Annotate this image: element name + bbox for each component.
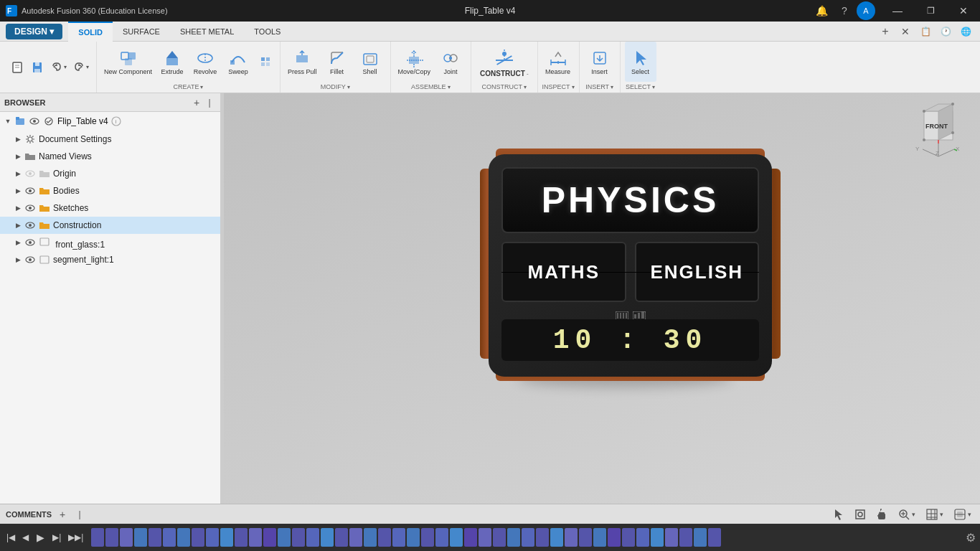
new-component-button[interactable]: New Component (101, 42, 155, 82)
tl-item[interactable] (435, 528, 448, 547)
clock-icon[interactable]: 🕐 (937, 23, 954, 40)
hand-tool-button[interactable] (873, 506, 890, 523)
tl-item[interactable] (120, 528, 133, 547)
visibility-icon-root[interactable] (43, 116, 55, 127)
tl-item[interactable] (665, 528, 678, 547)
save-button[interactable] (29, 59, 46, 76)
view-cube[interactable]: Z Y X FRONT (910, 100, 967, 158)
new-tab-button[interactable]: + (877, 23, 894, 40)
browser-item-origin[interactable]: ▶ Origin (0, 165, 220, 182)
tl-item[interactable] (407, 528, 420, 547)
design-button[interactable]: DESIGN ▾ (6, 24, 62, 39)
display-settings-button[interactable]: ▾ (951, 506, 974, 523)
tl-item[interactable] (708, 528, 721, 547)
comments-add-button[interactable]: + (56, 508, 69, 521)
new-file-button[interactable] (9, 59, 26, 76)
minimize-button[interactable]: — (881, 0, 914, 22)
browser-item-named-views[interactable]: ▶ Named Views (0, 148, 220, 165)
online-icon[interactable]: 🌐 (957, 23, 974, 40)
tl-item[interactable] (651, 528, 664, 547)
timeline-first-button[interactable]: |◀ (4, 531, 17, 544)
browser-root-item[interactable]: ▼ Flip_Table v4 i (0, 112, 220, 131)
help-icon[interactable]: ? (834, 0, 855, 22)
tl-item[interactable] (622, 528, 635, 547)
construct-main-button[interactable]: CONSTRUCT - (476, 43, 532, 80)
close-button[interactable]: ✕ (947, 0, 980, 22)
joint-button[interactable]: Joint (435, 42, 466, 82)
fillet-button[interactable]: Fillet (321, 42, 353, 82)
tl-item[interactable] (608, 528, 621, 547)
browser-add-button[interactable]: + (190, 96, 203, 109)
eye-icon-bodies[interactable] (24, 185, 36, 197)
browser-item-front-glass[interactable]: ▶ front_glass:1 (0, 234, 220, 251)
close-tab-button[interactable]: ✕ (897, 23, 914, 40)
browser-item-construction[interactable]: ▶ Construction (0, 217, 220, 234)
tl-item[interactable] (679, 528, 692, 547)
redo-button[interactable]: ▾ (71, 60, 90, 75)
tl-item[interactable] (450, 528, 463, 547)
grid-button[interactable]: ▾ (923, 506, 946, 523)
revolve-button[interactable]: Revolve (189, 42, 221, 82)
user-avatar[interactable]: A (857, 1, 875, 20)
tl-item[interactable] (278, 528, 291, 547)
notifications-icon[interactable]: 🔔 (811, 0, 832, 22)
tl-item[interactable] (694, 528, 707, 547)
insert-main-button[interactable]: Insert (584, 42, 616, 82)
press-pull-button[interactable]: Press Pull (285, 42, 320, 82)
info-icon[interactable]: i (111, 116, 121, 126)
tl-item[interactable] (192, 528, 204, 547)
tl-item[interactable] (349, 528, 362, 547)
tl-item[interactable] (536, 528, 549, 547)
tl-item[interactable] (206, 528, 219, 547)
collections-icon[interactable]: 📋 (917, 23, 934, 40)
tl-item[interactable] (263, 528, 276, 547)
tl-item[interactable] (177, 528, 190, 547)
browser-item-bodies[interactable]: ▶ Bodies (0, 182, 220, 199)
timeline-settings-button[interactable]: ⚙ (966, 531, 976, 545)
tl-item[interactable] (464, 528, 477, 547)
browser-collapse-button[interactable]: | (203, 96, 216, 109)
tl-item[interactable] (321, 528, 334, 547)
zoom-button[interactable]: ▾ (895, 506, 918, 523)
tl-item[interactable] (593, 528, 606, 547)
select-button[interactable]: Select (625, 42, 656, 82)
eye-icon-origin[interactable] (24, 168, 36, 179)
eye-icon-front-glass[interactable] (24, 237, 36, 248)
cursor-tool-button[interactable] (830, 506, 847, 523)
tl-item[interactable] (163, 528, 176, 547)
browser-item-document-settings[interactable]: ▶ Document Settings (0, 131, 220, 148)
timeline-play-button[interactable]: ▶ (34, 530, 47, 545)
viewport[interactable]: PHYSICS MATHS ENGLISH (224, 93, 980, 504)
tl-item[interactable] (335, 528, 348, 547)
eye-icon-root[interactable] (29, 116, 40, 127)
tl-item[interactable] (493, 528, 506, 547)
tl-item[interactable] (550, 528, 563, 547)
tab-solid[interactable]: SOLID (68, 22, 113, 42)
tab-tools[interactable]: TOOLS (244, 22, 291, 42)
tl-item[interactable] (235, 528, 248, 547)
tl-item[interactable] (636, 528, 649, 547)
tl-item[interactable] (507, 528, 520, 547)
shell-button[interactable]: Shell (354, 42, 386, 82)
browser-item-segment-light[interactable]: ▶ segment_light:1 (0, 251, 220, 268)
eye-icon-segment-light[interactable] (24, 254, 36, 265)
tl-item[interactable] (91, 528, 104, 547)
tl-item[interactable] (134, 528, 147, 547)
tl-item[interactable] (421, 528, 434, 547)
extrude-button[interactable]: Extrude (156, 42, 188, 82)
timeline-last-button[interactable]: ▶▶| (66, 531, 85, 544)
tl-item[interactable] (105, 528, 118, 547)
comments-collapse[interactable]: | (73, 508, 86, 521)
tl-item[interactable] (249, 528, 262, 547)
tab-sheet-metal[interactable]: SHEET METAL (170, 22, 244, 42)
tl-item[interactable] (364, 528, 377, 547)
tl-item[interactable] (479, 528, 491, 547)
eye-icon-sketches[interactable] (24, 202, 36, 214)
tl-item[interactable] (292, 528, 305, 547)
tl-item[interactable] (522, 528, 534, 547)
measure-button[interactable]: Measure (542, 42, 574, 82)
tl-item[interactable] (392, 528, 405, 547)
eye-icon-construction[interactable] (24, 220, 36, 231)
timeline-prev-button[interactable]: ◀ (20, 531, 31, 544)
undo-button[interactable]: ▾ (49, 60, 68, 75)
